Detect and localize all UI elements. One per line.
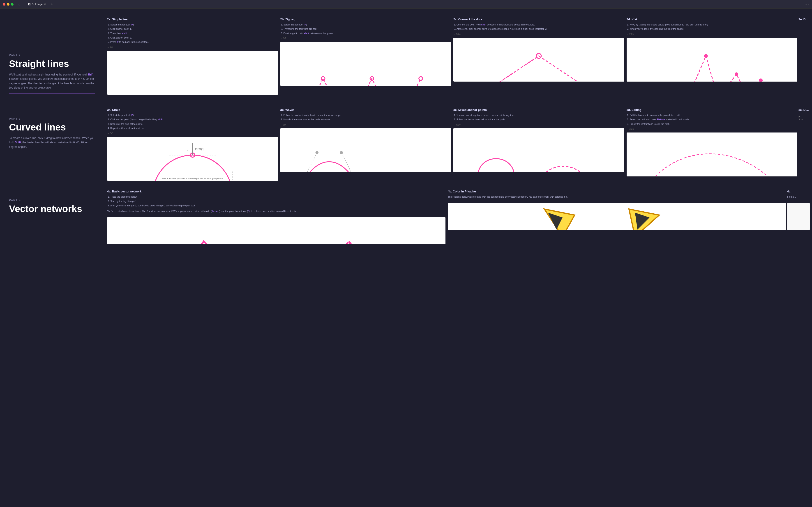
- ex-3c-note: → 9/3c: [453, 123, 624, 126]
- ex-4a-title: 4a. Basic vector network: [107, 190, 446, 193]
- straight-desc: We'll start by drawing straight lines us…: [9, 72, 95, 90]
- exercise-3e-partial: 3e. Di...: [799, 13, 810, 25]
- exercise-2d: 2d. Kiki Now, try tracing the shape belo…: [626, 13, 798, 81]
- ex-2a-instructions: Select the pen tool (P) Click anchor poi…: [107, 23, 278, 44]
- ex-3d-note: → 3/3c: [626, 128, 798, 130]
- svg-marker-73: [276, 241, 421, 244]
- svg-line-18: [484, 56, 539, 81]
- ex-3c-header: 3c. Mixed anchor points You can mix stra…: [453, 104, 624, 128]
- ex-2b-header: 2b. Zig zag Select the pen tool (P) Try …: [281, 13, 451, 42]
- svg-point-25: [704, 54, 708, 58]
- straight-title: Straight lines: [9, 59, 95, 69]
- straight-exercises: 2a. Simple line Select the pen tool (P) …: [106, 13, 810, 95]
- ex-4a-header: 4a. Basic vector network Trace the trian…: [107, 185, 446, 217]
- exercise-3d: 3d. Editing! Edit the black path to matc…: [626, 104, 798, 176]
- shift-key-2: Shift: [15, 141, 21, 144]
- ex-4c-para: Find a...: [787, 195, 810, 199]
- ex-3b-header: 3b. Waves Follow the instructions below …: [281, 104, 451, 128]
- curved-title: Curved lines: [9, 122, 95, 132]
- ex-3b-title: 3b. Waves: [281, 108, 451, 112]
- ex-4b-para: The Pikachu below was created with the p…: [448, 195, 786, 199]
- svg-point-10: [419, 76, 422, 80]
- ex-3e-header-partial: 3e. Di...: [799, 13, 810, 25]
- ex-3a-header: 3a. Circle Select the pen tool (P) Click…: [107, 104, 278, 137]
- ex-4c-card: [787, 203, 810, 230]
- ex-4a-para: You've created a vector network. The 2 v…: [107, 209, 446, 213]
- ex-3a-card: drag 1 Note: In this case, you'll want t…: [107, 137, 278, 181]
- ex-4a-instructions: Trace the triangles below. Start by trac…: [107, 195, 446, 208]
- curved-sidebar: PART 3 Curved lines To create a curved l…: [0, 104, 104, 185]
- ex-2d-instructions: Now, try tracing the shape below! (You d…: [626, 23, 798, 31]
- svg-marker-12: [484, 56, 594, 81]
- straight-sidebar: PART 2 Straight lines We'll start by dra…: [0, 9, 104, 108]
- tab-close-icon[interactable]: ✕: [44, 3, 46, 5]
- vector-title: Vector networks: [9, 204, 95, 214]
- traffic-lights: [3, 3, 13, 6]
- svg-line-46: [299, 153, 317, 172]
- ex-2d-card: [626, 38, 798, 81]
- svg-line-48: [341, 153, 360, 172]
- ex-3a-title: 3a. Circle: [107, 108, 278, 112]
- ex-3b-note: → 3b: [281, 123, 451, 126]
- ex-3a-note: → 3/3: [107, 132, 278, 134]
- ex-3e-header-curved: 3e. Di... 1. 2. 3. W...: [799, 104, 810, 123]
- ex-4c-header: 4c. Find a...: [787, 185, 810, 203]
- vector-exercises: 4a. Basic vector network Trace the trian…: [106, 185, 810, 244]
- curved-desc: To create a curved line, click & drag to…: [9, 136, 95, 149]
- exercise-3a: 3a. Circle Select the pen tool (P) Click…: [107, 104, 278, 181]
- browser-menu[interactable]: ···: [805, 2, 809, 6]
- ex-3e-title-partial: 3e. Di...: [799, 17, 810, 21]
- ex-2c-note: → 9/2c: [453, 33, 624, 36]
- ex-2c-instructions: Connect the dots. Hold shift between anc…: [453, 23, 624, 31]
- ex-4b-card: [448, 203, 786, 230]
- ex-2c-card: [453, 38, 624, 81]
- svg-point-31: [153, 155, 232, 181]
- browser-chrome: ⌂ 🖼 5. Image ✕ + ···: [0, 0, 812, 9]
- maximize-button[interactable]: [11, 3, 13, 6]
- ex-2b-title: 2b. Zig zag: [281, 17, 451, 21]
- tab-icon: 🖼: [28, 3, 31, 6]
- ex-2a-header: 2a. Simple line Select the pen tool (P) …: [107, 13, 278, 51]
- ex-3d-instructions: Edit the black path to match the pink do…: [626, 113, 798, 126]
- tab-bar: 🖼 5. Image ✕ +: [25, 2, 54, 7]
- straight-divider: [9, 94, 95, 94]
- curved-content: 3a. Circle Select the pen tool (P) Click…: [104, 104, 812, 185]
- ex-2c-title: 2c. Connect the dots: [453, 17, 624, 21]
- svg-marker-72: [131, 241, 300, 244]
- curved-lines-row: PART 3 Curved lines To create a curved l…: [0, 104, 812, 185]
- home-icon[interactable]: ⌂: [17, 2, 22, 6]
- ex-2b-instructions: Select the pen tool (P) Try tracing the …: [281, 23, 451, 36]
- exercise-4c-partial: 4c. Find a...: [787, 185, 810, 244]
- ex-2d-header: 2d. Kiki Now, try tracing the shape belo…: [626, 13, 798, 38]
- new-tab-button[interactable]: +: [49, 2, 54, 7]
- ex-3c-card: Click & drag Click (1) Click (2): [453, 128, 624, 172]
- ex-3c-title: 3c. Mixed anchor points: [453, 108, 624, 112]
- ex-3d-title: 3d. Editing!: [626, 108, 798, 112]
- svg-point-6: [321, 76, 325, 80]
- exercise-4b: 4b. Color in Pikachu The Pikachu below w…: [448, 185, 786, 244]
- exercise-4a: 4a. Basic vector network Trace the trian…: [107, 185, 446, 244]
- straight-lines-row: PART 2 Straight lines We'll start by dra…: [0, 9, 812, 108]
- exercise-2c: 2c. Connect the dots Connect the dots. H…: [453, 13, 624, 81]
- ex-4a-card: 1 2: [107, 217, 446, 244]
- ex-3e-title-curved: 3e. Di...: [799, 108, 810, 112]
- ex-4b-header: 4b. Color in Pikachu The Pikachu below w…: [448, 185, 786, 203]
- page-wrapper: PART 2 Straight lines We'll start by dra…: [0, 9, 812, 108]
- vector-content: 4a. Basic vector network Trace the trian…: [104, 185, 812, 253]
- svg-text:1: 1: [187, 149, 189, 154]
- minimize-button[interactable]: [7, 3, 9, 6]
- ex-3b-card: Anchor Anchor Anchor: [281, 128, 451, 172]
- close-button[interactable]: [3, 3, 5, 6]
- svg-point-29: [759, 78, 763, 81]
- ex-4c-title: 4c.: [787, 190, 810, 193]
- ex-3c-instructions: You can mix straight and curved anchor p…: [453, 113, 624, 122]
- exercise-2b: 2b. Zig zag Select the pen tool (P) Try …: [281, 13, 451, 86]
- exercise-3b: 3b. Waves Follow the instructions below …: [281, 104, 451, 172]
- exercise-3c: 3c. Mixed anchor points You can mix stra…: [453, 104, 624, 172]
- svg-point-49: [340, 151, 343, 154]
- active-tab[interactable]: 🖼 5. Image ✕: [25, 2, 49, 7]
- vector-sidebar: PART 4 Vector networks: [0, 185, 104, 253]
- ex-2a-note: → 2/2: [107, 46, 278, 48]
- vector-part-label: PART 4: [9, 199, 95, 202]
- svg-point-27: [734, 72, 738, 76]
